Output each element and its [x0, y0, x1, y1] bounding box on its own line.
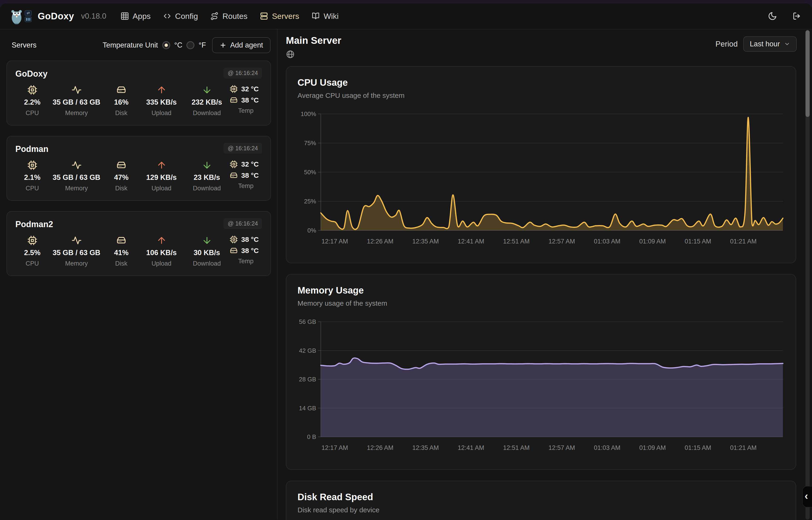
server-card-godoxy[interactable]: GoDoxy @ 16:16:24 2.2% CPU 35 GB / 63 GB	[6, 60, 271, 126]
scrollbar-thumb[interactable]	[806, 30, 810, 117]
cpu-stat: 2.2% CPU	[16, 85, 49, 117]
cpu-stat: 2.5% CPU	[16, 235, 49, 267]
chart-subtitle: Average CPU usage of the system	[298, 92, 796, 100]
svg-text:12:57 AM: 12:57 AM	[549, 444, 575, 451]
cpu-icon	[27, 235, 37, 245]
theme-moon-icon[interactable]	[768, 11, 777, 21]
svg-text:01:09 AM: 01:09 AM	[639, 238, 666, 245]
celsius-radio[interactable]	[162, 41, 170, 49]
upload-stat: 129 KB/s Upload	[139, 160, 184, 192]
svg-text:12:17 AM: 12:17 AM	[321, 238, 348, 245]
servers-sidebar: Servers Temperature Unit °C °F Add agent	[0, 29, 278, 520]
svg-text:12:41 AM: 12:41 AM	[458, 444, 484, 451]
svg-text:01:15 AM: 01:15 AM	[685, 238, 711, 245]
app-window: ⇄ GoDoxy v0.18.0 Apps Config Routes Serv…	[0, 3, 812, 520]
chevron-down-icon	[784, 41, 790, 47]
logout-icon[interactable]	[792, 11, 801, 21]
svg-text:12:35 AM: 12:35 AM	[412, 238, 439, 245]
temperature-unit-label: Temperature Unit	[103, 41, 158, 49]
chart-title: Disk Read Speed	[298, 492, 796, 502]
servers-stack-icon	[259, 11, 269, 21]
content: Servers Temperature Unit °C °F Add agent	[0, 29, 812, 520]
svg-text:01:21 AM: 01:21 AM	[730, 238, 757, 245]
arrow-down-icon	[202, 85, 212, 95]
main-scrollbar[interactable]	[806, 30, 810, 520]
memory-usage-chart: 56 GB42 GB28 GB14 GB0 B12:17 AM12:26 AM1…	[298, 318, 796, 461]
add-agent-button[interactable]: Add agent	[212, 37, 271, 53]
temp-stat: 38 °C 38 °C Temp	[229, 235, 262, 267]
arrow-down-icon	[202, 235, 212, 245]
nav-item-servers[interactable]: Servers	[259, 11, 299, 21]
fahrenheit-radio[interactable]	[187, 41, 194, 49]
code-brackets-icon	[163, 11, 172, 21]
svg-text:25%: 25%	[304, 198, 316, 205]
period-select[interactable]: Last hour	[743, 36, 796, 52]
svg-text:12:17 AM: 12:17 AM	[321, 444, 348, 451]
nav-item-routes[interactable]: Routes	[210, 11, 248, 21]
server-updated-badge: @ 16:16:24	[223, 218, 262, 229]
proxy-arrows-icon: ⇄	[25, 10, 32, 16]
brand: ⇄ GoDoxy v0.18.0	[11, 8, 106, 24]
server-name: Podman	[16, 143, 49, 154]
disk-read-speed-card: Disk Read Speed Disk read speed by devic…	[286, 480, 796, 520]
svg-text:42 GB: 42 GB	[299, 347, 316, 354]
sidebar-title: Servers	[12, 41, 36, 49]
chart-title: Memory Usage	[298, 285, 796, 296]
hard-drive-icon	[116, 235, 127, 245]
nav-item-config[interactable]: Config	[163, 11, 198, 21]
godoxy-logo-icon	[11, 8, 23, 24]
logo-tiles: ⇄	[25, 10, 32, 22]
period-label: Period	[716, 40, 737, 49]
svg-text:12:41 AM: 12:41 AM	[458, 238, 484, 245]
svg-text:01:03 AM: 01:03 AM	[594, 444, 620, 451]
activity-icon	[72, 235, 82, 245]
cpu-usage-card: CPU Usage Average CPU usage of the syste…	[286, 66, 796, 263]
chart-subtitle: Disk read speed by device	[298, 506, 796, 514]
svg-text:0 B: 0 B	[307, 433, 316, 440]
svg-text:75%: 75%	[304, 139, 316, 147]
brand-name: GoDoxy	[38, 11, 74, 21]
nav-item-wiki[interactable]: Wiki	[311, 11, 338, 21]
hard-drive-icon	[116, 85, 127, 95]
svg-text:50%: 50%	[304, 169, 316, 176]
svg-text:12:51 AM: 12:51 AM	[503, 444, 530, 451]
server-name: Podman2	[16, 218, 53, 229]
hard-drive-icon	[229, 246, 238, 255]
cpu-icon	[27, 85, 37, 95]
svg-text:100%: 100%	[301, 110, 316, 118]
activity-icon	[72, 160, 82, 170]
server-updated-badge: @ 16:16:24	[223, 68, 262, 79]
celsius-label[interactable]: °C	[174, 41, 183, 49]
upload-stat: 335 KB/s Upload	[139, 85, 184, 117]
cpu-icon	[229, 160, 238, 168]
server-card-list: GoDoxy @ 16:16:24 2.2% CPU 35 GB / 63 GB	[0, 55, 277, 276]
download-stat: 23 KB/s Download	[184, 160, 229, 192]
plus-icon	[220, 42, 226, 49]
hard-drive-icon	[229, 96, 238, 104]
svg-text:56 GB: 56 GB	[299, 318, 316, 325]
temperature-unit-group: Temperature Unit °C °F	[103, 41, 206, 49]
book-open-icon	[311, 11, 320, 21]
svg-text:01:21 AM: 01:21 AM	[730, 444, 757, 451]
server-card-podman2[interactable]: Podman2 @ 16:16:24 2.5% CPU 35 GB / 63 G…	[6, 211, 271, 276]
upload-stat: 106 KB/s Upload	[139, 235, 184, 267]
svg-text:12:35 AM: 12:35 AM	[412, 444, 439, 451]
disk-stat: 16% Disk	[104, 85, 139, 117]
chart-title: CPU Usage	[298, 77, 796, 88]
server-updated-badge: @ 16:16:24	[223, 143, 262, 154]
svg-text:28 GB: 28 GB	[299, 376, 316, 383]
memory-stat: 35 GB / 63 GB Memory	[49, 235, 104, 267]
server-card-podman[interactable]: Podman @ 16:16:24 2.1% CPU 35 GB / 63 GB	[6, 136, 271, 201]
period-control: Period Last hour	[716, 36, 796, 52]
brand-version: v0.18.0	[81, 11, 106, 21]
collapse-drawer-tab[interactable]: ‹	[802, 486, 812, 508]
nav-item-apps[interactable]: Apps	[120, 11, 151, 21]
main-scroll-area: Main Server Period Last hour C	[278, 29, 812, 520]
svg-text:0%: 0%	[307, 227, 316, 234]
temp-stat: 32 °C 38 °C Temp	[229, 160, 262, 192]
arrow-up-icon	[157, 85, 167, 95]
globe-icon	[286, 50, 341, 60]
navbar-actions	[768, 11, 801, 21]
navbar: ⇄ GoDoxy v0.18.0 Apps Config Routes Serv…	[0, 3, 812, 29]
fahrenheit-label[interactable]: °F	[199, 41, 206, 49]
